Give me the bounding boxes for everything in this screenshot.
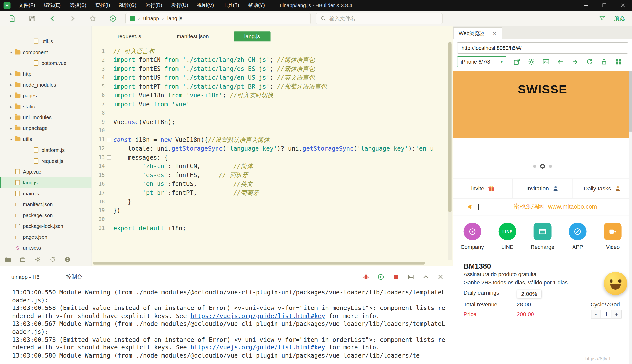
tree-item-lang-js[interactable]: lang.js xyxy=(0,177,92,188)
code-line[interactable]: 6import VueI18n from 'vue-i18n'; //引入实时切… xyxy=(92,91,453,100)
grid-item-line[interactable]: LINELINE xyxy=(490,223,525,250)
code-line[interactable]: 21export default i18n; xyxy=(92,224,453,233)
menu-item-5[interactable]: 运行(R) xyxy=(141,2,167,9)
clear-icon[interactable] xyxy=(437,274,444,280)
tree-item-node-modules[interactable]: ▸node_modules xyxy=(0,80,92,90)
save-icon[interactable] xyxy=(26,15,39,22)
tree-item-uni-scss[interactable]: Suni.scss xyxy=(0,242,92,253)
tree-item-main-js[interactable]: main.js xyxy=(0,188,92,199)
menu-item-2[interactable]: 选择(S) xyxy=(65,2,91,9)
tree-item-static[interactable]: ▸static xyxy=(0,101,92,112)
menu-item-6[interactable]: 发行(U) xyxy=(167,2,193,9)
menu-item-4[interactable]: 跳转(G) xyxy=(115,2,141,9)
console-link[interactable]: https://vuejs.org/guide/list.html#key xyxy=(190,344,325,351)
forward-icon[interactable] xyxy=(66,15,79,22)
floating-emoji-button[interactable] xyxy=(604,272,627,295)
code-line[interactable]: 18 } xyxy=(92,197,453,206)
code-line[interactable]: 9Vue.use(VueI18n); xyxy=(92,118,453,126)
tree-item-pages-json[interactable]: [ ]pages.json xyxy=(0,232,92,242)
menu-item-8[interactable]: 工具(T) xyxy=(218,2,244,9)
debug-icon[interactable] xyxy=(363,274,369,280)
preview-button[interactable]: 预览 xyxy=(614,15,625,22)
lock-icon[interactable] xyxy=(601,58,607,65)
editor-tab-lang-js[interactable]: lang.js xyxy=(234,31,270,42)
webview-tab[interactable]: Web浏览器 ✕ xyxy=(453,27,502,39)
tree-item-platform-js[interactable]: platform.js xyxy=(0,144,92,155)
grid-item-recharge[interactable]: Recharge xyxy=(525,223,560,250)
code-line[interactable]: 5import fontPT from './static/lang/pt-BR… xyxy=(92,82,453,91)
code-line[interactable]: 16 'en-us':fontUS, //英文 xyxy=(92,180,453,188)
action-daily-tasks[interactable]: Daily tasks xyxy=(573,179,632,198)
fold-marker-icon[interactable]: − xyxy=(105,136,113,144)
refresh-icon[interactable] xyxy=(586,58,593,65)
action-invite[interactable]: invite xyxy=(453,179,513,198)
runcircle-icon[interactable] xyxy=(378,274,384,280)
url-input[interactable] xyxy=(457,42,628,54)
quantity-plus-button[interactable]: + xyxy=(611,310,622,318)
code-line[interactable]: 1// 引入语言包 xyxy=(92,46,453,56)
filter-icon[interactable] xyxy=(599,15,606,22)
code-line[interactable]: 4import fontUS from './static/lang/en-US… xyxy=(92,73,453,82)
carousel-dot[interactable] xyxy=(549,165,552,168)
tree-item-http[interactable]: ▸http xyxy=(0,68,92,80)
tree-item-unpackage[interactable]: ▸unpackage xyxy=(0,123,92,134)
tree-item-package-json[interactable]: [ ]package.json xyxy=(0,210,92,221)
close-icon[interactable]: ✕ xyxy=(492,31,497,36)
tree-item-request-js[interactable]: request.js xyxy=(0,155,92,166)
globe-icon[interactable] xyxy=(65,256,70,262)
tree-item-pages[interactable]: ▸pages xyxy=(0,90,92,101)
stop-icon[interactable] xyxy=(393,274,399,280)
code-line[interactable]: 13− messages: { xyxy=(92,153,453,162)
code-lines[interactable]: 1// 引入语言包2import fontCN from './static/l… xyxy=(92,42,453,233)
code-line[interactable]: 17 'pt-br':fontPT, //葡萄牙 xyxy=(92,188,453,197)
code-line[interactable]: 8 xyxy=(92,109,453,118)
tree-item-package-lock-json[interactable]: [ ]package-lock.json xyxy=(0,221,92,232)
favorite-icon[interactable] xyxy=(86,15,99,22)
maximize-button[interactable] xyxy=(595,0,613,11)
breadcrumb[interactable]: > uinapp > lang.js xyxy=(125,12,311,24)
console-tab-uinapp-h5[interactable]: uinapp - H5 xyxy=(11,274,40,280)
menu-item-0[interactable]: 文件(F) xyxy=(14,2,40,9)
announcement-bar[interactable]: 蜜桃源码网--www.mitaobo.com xyxy=(453,198,632,216)
menu-item-9[interactable]: 帮助(Y) xyxy=(244,2,269,9)
code-line[interactable]: 12 locale: uni.getStorageSync('language_… xyxy=(92,144,453,153)
carousel-dot-active[interactable] xyxy=(540,164,545,169)
breadcrumb-file[interactable]: lang.js xyxy=(167,15,182,21)
tree-item-uni-modules[interactable]: ▸uni_modules xyxy=(0,112,92,123)
file-search-box[interactable] xyxy=(315,12,442,24)
action-invitation[interactable]: Invitation xyxy=(513,179,572,198)
tree-item-component[interactable]: ▾component xyxy=(0,46,92,58)
code-line[interactable]: 19}) xyxy=(92,206,453,215)
minimize-button[interactable] xyxy=(576,0,595,11)
editor-tab-request-js[interactable]: request.js xyxy=(107,31,152,42)
device-select[interactable]: iPhone 6/7/8 ▾ xyxy=(457,56,506,67)
arrow-left-icon[interactable] xyxy=(557,58,564,65)
collapse-icon[interactable] xyxy=(422,274,429,280)
sync-icon[interactable] xyxy=(50,256,56,262)
scrollbar-thumb[interactable] xyxy=(448,42,452,212)
gear-icon[interactable] xyxy=(35,256,41,262)
grid-item-app[interactable]: APP xyxy=(560,223,595,250)
open-external-icon[interactable] xyxy=(513,58,520,65)
tree-item-manifest-json[interactable]: [ ]manifest.json xyxy=(0,199,92,210)
console-link[interactable]: https://vuejs.org/guide/list.html#key xyxy=(190,312,325,320)
export-icon[interactable] xyxy=(408,274,414,280)
code-line[interactable]: 3import fontES from './static/lang/es-ES… xyxy=(92,64,453,73)
tree-item-util-js[interactable]: util.js xyxy=(0,36,92,46)
grid-item-video[interactable]: Video xyxy=(595,223,630,250)
code-line[interactable]: 2import fontCN from './static/lang/zh-CN… xyxy=(92,56,453,64)
editor-horizontal-scrollbar[interactable] xyxy=(93,262,446,264)
fold-minus-icon[interactable]: − xyxy=(107,155,111,160)
file-search-input[interactable] xyxy=(329,15,438,21)
editor-vertical-scrollbar[interactable] xyxy=(448,42,452,260)
code-line[interactable]: 11−const i18n = new VueI18n({//设置默认语言为简体 xyxy=(92,136,453,144)
grid-item-company[interactable]: Company xyxy=(455,223,490,250)
arrow-right-icon[interactable] xyxy=(571,58,578,65)
scrollbar-thumb[interactable] xyxy=(629,71,632,132)
tree-item-app-vue[interactable]: App.vue xyxy=(0,166,92,177)
scrollbar-thumb[interactable] xyxy=(93,262,425,264)
fold-marker-icon[interactable]: − xyxy=(105,153,113,162)
fold-minus-icon[interactable]: − xyxy=(107,138,111,142)
run-icon[interactable] xyxy=(106,15,119,22)
menu-item-1[interactable]: 编辑(E) xyxy=(40,2,65,9)
